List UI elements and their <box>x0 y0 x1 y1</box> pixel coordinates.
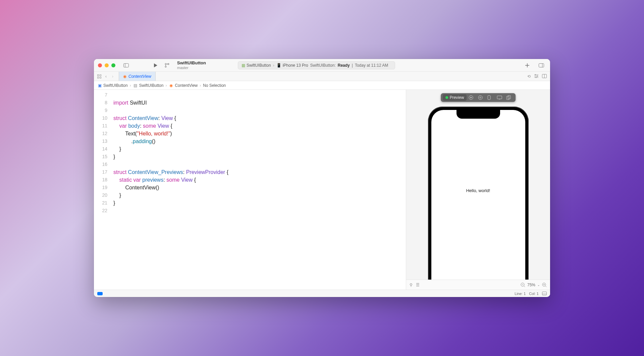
jump-bar[interactable]: ▣ SwiftUIButton › ▤ SwiftUIButton › ◉ Co… <box>94 81 550 90</box>
svg-point-24 <box>478 96 482 100</box>
preview-duplicate-button[interactable] <box>506 95 514 100</box>
svg-rect-17 <box>535 74 536 75</box>
status-separator: | <box>352 63 353 68</box>
svg-point-25 <box>480 97 481 98</box>
chevron-right-icon: › <box>165 83 167 88</box>
toggle-navigator-button[interactable] <box>121 61 131 69</box>
editor-tab[interactable]: ◉ ContentView <box>119 72 156 81</box>
app-icon: ▣ <box>97 83 102 88</box>
tab-file-label: ContentView <box>128 74 151 79</box>
svg-rect-13 <box>100 77 101 78</box>
folder-icon: ▤ <box>133 83 138 88</box>
svg-marker-23 <box>471 97 472 99</box>
svg-rect-10 <box>98 74 99 76</box>
svg-line-32 <box>524 286 525 287</box>
crumb-folder[interactable]: SwiftUIButton <box>139 83 164 88</box>
svg-line-35 <box>545 286 546 287</box>
add-editor-button[interactable] <box>542 74 547 79</box>
preview-play-button[interactable] <box>469 95 476 100</box>
svg-rect-26 <box>488 96 490 100</box>
nav-forward-button[interactable]: › <box>110 74 115 79</box>
bottom-status-bar: Line: 1 Col: 1 <box>94 290 550 297</box>
activity-status-bar[interactable]: ▦SwiftUIButton › 📱iPhone 13 Pro SwiftUIB… <box>238 61 395 69</box>
close-window-button[interactable] <box>98 63 102 67</box>
pin-preview-button[interactable]: ⚲ <box>410 283 413 287</box>
chevron-right-icon: › <box>273 63 274 68</box>
live-indicator-icon <box>445 96 448 99</box>
refresh-icon[interactable]: ⟲ <box>527 74 531 79</box>
main-split: 78910111213141516171819202122 import Swi… <box>94 90 550 290</box>
svg-rect-8 <box>539 63 544 67</box>
preview-canvas[interactable]: Preview Hello, world! <box>406 90 550 280</box>
svg-rect-27 <box>497 96 502 99</box>
canvas-footer: ⚲ ☰ 75% ⌄ <box>406 280 550 290</box>
toggle-inspector-button[interactable] <box>537 61 546 69</box>
preview-toolbar: Preview <box>441 93 516 102</box>
zoom-in-button[interactable] <box>542 283 547 287</box>
editor-tabbar: ‹ › ◉ ContentView ⟲ <box>94 72 550 81</box>
branch-name: master <box>177 66 206 70</box>
svg-rect-19 <box>536 77 536 78</box>
chevron-right-icon: › <box>200 83 201 88</box>
device-label: iPhone 13 Pro <box>283 63 308 68</box>
chevron-right-icon: › <box>130 83 131 88</box>
device-frame: Hello, world! <box>428 107 529 280</box>
device-icon: 📱 <box>276 63 281 68</box>
preview-device-button[interactable] <box>487 95 495 100</box>
svg-rect-0 <box>124 63 129 67</box>
preview-content-text: Hello, world! <box>466 188 490 193</box>
project-title-block: SwiftUIButton master <box>177 61 206 69</box>
xcode-window: SwiftUIButton master ▦SwiftUIButton › 📱i… <box>94 59 550 297</box>
scheme-label: SwiftUIButton <box>247 63 271 68</box>
run-controls <box>151 61 172 69</box>
cursor-line-label: Line: 1 <box>515 292 526 296</box>
svg-rect-38 <box>542 292 547 295</box>
code-editor[interactable]: 78910111213141516171819202122 import Swi… <box>94 90 406 290</box>
scheme-icon: ▦ <box>241 63 245 68</box>
related-items-button[interactable] <box>97 74 102 79</box>
swift-file-icon: ◉ <box>169 83 173 88</box>
zoom-level-label[interactable]: 75% <box>527 283 535 287</box>
preview-label: Preview <box>450 95 464 100</box>
crumb-selection[interactable]: No Selection <box>203 83 226 88</box>
preview-list-button[interactable]: ☰ <box>416 283 420 287</box>
crumb-project[interactable]: SwiftUIButton <box>103 83 128 88</box>
svg-point-4 <box>165 66 166 67</box>
crumb-file[interactable]: ContentView <box>175 83 198 88</box>
preview-display-button[interactable] <box>497 96 504 100</box>
status-state-label: Ready <box>338 63 350 68</box>
swift-file-icon: ◉ <box>123 74 126 79</box>
svg-rect-11 <box>100 74 101 76</box>
run-button[interactable] <box>151 61 160 69</box>
status-app-label: SwiftUIButton: <box>310 63 336 68</box>
svg-rect-12 <box>98 77 99 78</box>
zoom-window-button[interactable] <box>111 63 115 67</box>
titlebar: SwiftUIButton master ▦SwiftUIButton › 📱i… <box>94 59 550 72</box>
cursor-col-label: Col: 1 <box>529 292 539 296</box>
svg-rect-18 <box>537 75 538 76</box>
window-controls <box>98 63 115 67</box>
library-add-button[interactable] <box>523 61 532 69</box>
svg-point-3 <box>165 63 166 65</box>
line-gutter: 78910111213141516171819202122 <box>94 90 111 290</box>
preview-inspect-button[interactable] <box>478 95 485 100</box>
project-name: SwiftUIButton <box>177 61 206 65</box>
filter-indicator[interactable] <box>97 292 103 295</box>
zoom-out-button[interactable] <box>521 283 525 287</box>
preview-live-pill[interactable]: Preview <box>443 94 467 101</box>
preview-pane: Preview Hello, world! ⚲ <box>406 90 550 290</box>
scheme-menu-button[interactable] <box>162 61 172 69</box>
zoom-menu-chevron-icon[interactable]: ⌄ <box>537 283 540 287</box>
device-notch <box>457 110 500 119</box>
svg-marker-2 <box>154 63 157 67</box>
status-time-label: Today at 11:12 AM <box>355 63 388 68</box>
adjust-editor-options-button[interactable] <box>534 74 539 79</box>
minimize-window-button[interactable] <box>105 63 109 67</box>
toggle-debug-area-button[interactable] <box>542 292 547 295</box>
device-screen[interactable]: Hello, world! <box>431 110 525 280</box>
nav-back-button[interactable]: ‹ <box>103 74 109 79</box>
code-content[interactable]: import SwiftUI struct ContentView: View … <box>111 90 228 290</box>
